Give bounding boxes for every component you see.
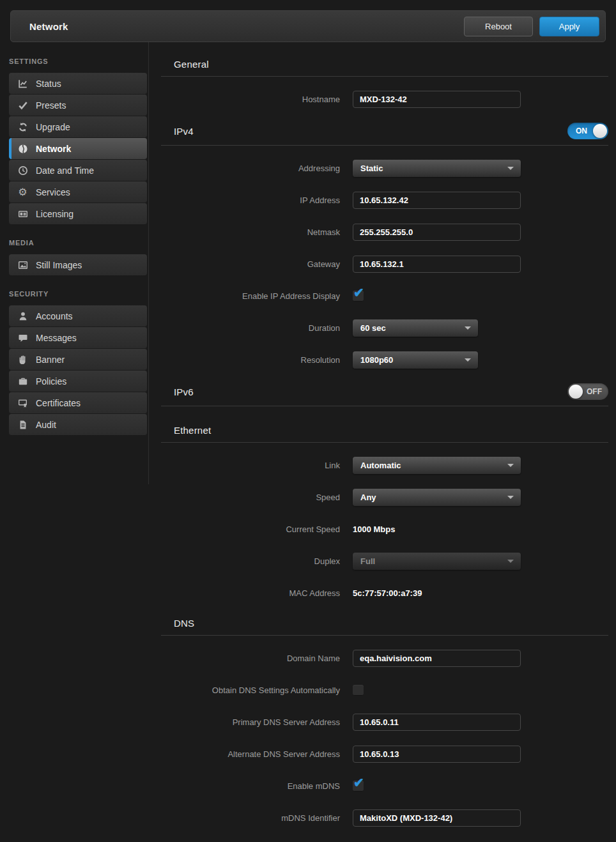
enable-ip-display-checkbox[interactable]: ✔ xyxy=(353,291,364,302)
obtain-dns-auto-checkbox[interactable] xyxy=(353,685,364,696)
ipv6-toggle[interactable]: OFF xyxy=(567,383,608,400)
selected-value: 60 sec xyxy=(360,323,386,333)
chevron-down-icon xyxy=(507,560,514,563)
sidebar-item-services[interactable]: ⚙ Services xyxy=(9,181,147,203)
primary-dns-label: Primary DNS Server Address xyxy=(161,714,340,731)
sidebar-item-banner[interactable]: Banner xyxy=(9,349,147,370)
mdns-identifier-row: mDNS Identifier xyxy=(161,809,608,827)
sidebar-item-label: Date and Time xyxy=(36,165,94,176)
alternate-dns-input[interactable] xyxy=(353,746,521,763)
enable-ip-display-label: Enable IP Address Display xyxy=(161,287,340,305)
gear-icon: ⚙ xyxy=(17,187,29,198)
sidebar-item-status[interactable]: Status xyxy=(9,73,147,94)
check-icon xyxy=(17,100,29,111)
mdns-identifier-label: mDNS Identifier xyxy=(161,809,340,827)
enable-mdns-row: Enable mDNS ✔ xyxy=(161,777,608,795)
hostname-row: Hostname xyxy=(161,91,608,108)
alternate-dns-row: Alternate DNS Server Address xyxy=(161,746,608,763)
netmask-row: Netmask xyxy=(161,224,608,241)
link-select[interactable]: Automatic xyxy=(353,457,521,474)
addressing-label: Addressing xyxy=(161,160,340,177)
current-speed-row: Current Speed 1000 Mbps xyxy=(161,521,608,538)
hand-icon xyxy=(17,354,29,365)
domain-name-row: Domain Name xyxy=(161,650,608,667)
ipv4-toggle[interactable]: ON xyxy=(567,123,608,139)
chevron-down-icon xyxy=(507,496,514,499)
hostname-label: Hostname xyxy=(161,91,340,108)
general-section: General Hostname xyxy=(161,57,608,108)
link-row: Link Automatic xyxy=(161,457,608,474)
current-speed-label: Current Speed xyxy=(161,521,340,538)
addressing-select[interactable]: Static xyxy=(353,160,521,177)
refresh-icon xyxy=(17,121,29,133)
status-icon xyxy=(17,78,29,89)
netmask-input[interactable] xyxy=(353,224,521,241)
duration-select[interactable]: 60 sec xyxy=(353,319,478,337)
sidebar-item-label: Accounts xyxy=(36,311,73,321)
page-title: Network xyxy=(29,21,68,32)
domain-name-label: Domain Name xyxy=(161,650,340,667)
sidebar-item-presets[interactable]: Presets xyxy=(9,95,147,116)
sidebar-item-label: Licensing xyxy=(36,209,73,219)
security-nav: Accounts Messages Banner Policies xyxy=(9,305,147,435)
toggle-knob xyxy=(593,124,607,138)
primary-dns-input[interactable] xyxy=(353,714,521,731)
sidebar-item-upgrade[interactable]: Upgrade xyxy=(9,116,147,137)
ipv6-heading: IPv6 xyxy=(174,387,194,397)
chevron-down-icon xyxy=(465,326,471,330)
globe-icon xyxy=(17,143,29,155)
sidebar-item-policies[interactable]: Policies xyxy=(9,371,147,392)
sidebar-item-audit[interactable]: Audit xyxy=(9,414,147,435)
sidebar-item-label: Audit xyxy=(36,420,56,430)
sidebar-item-label: Still Images xyxy=(36,260,82,270)
certificate-icon xyxy=(17,397,29,409)
sidebar-item-licensing[interactable]: Licensing xyxy=(9,203,147,224)
netmask-label: Netmask xyxy=(161,224,340,241)
enable-ip-display-row: Enable IP Address Display ✔ xyxy=(161,287,608,305)
domain-name-input[interactable] xyxy=(353,650,521,667)
person-icon xyxy=(17,310,29,322)
mac-address-row: MAC Address 5c:77:57:00:a7:39 xyxy=(161,585,608,602)
enable-mdns-checkbox[interactable]: ✔ xyxy=(353,781,364,792)
ethernet-section: Ethernet Link Automatic Speed xyxy=(161,424,608,602)
sidebar-item-label: Presets xyxy=(36,100,66,111)
sidebar-item-date-and-time[interactable]: Date and Time xyxy=(9,160,147,181)
selected-value: 1080p60 xyxy=(360,355,393,365)
resolution-label: Resolution xyxy=(161,351,340,369)
image-icon xyxy=(17,259,29,271)
sidebar-item-label: Network xyxy=(36,144,71,154)
sidebar-item-accounts[interactable]: Accounts xyxy=(9,305,147,326)
current-speed-value: 1000 Mbps xyxy=(353,521,395,538)
ip-address-input[interactable] xyxy=(353,192,521,209)
duration-label: Duration xyxy=(161,319,340,337)
hostname-input[interactable] xyxy=(353,91,521,108)
dns-heading: DNS xyxy=(174,618,194,629)
checkmark-icon: ✔ xyxy=(353,285,364,300)
sidebar-item-certificates[interactable]: Certificates xyxy=(9,392,147,413)
sidebar-item-label: Banner xyxy=(36,355,65,365)
sidebar-item-messages[interactable]: Messages xyxy=(9,327,147,348)
obtain-dns-auto-row: Obtain DNS Settings Automatically xyxy=(161,682,608,699)
toggle-knob xyxy=(569,385,583,399)
sidebar-item-network[interactable]: Network xyxy=(9,138,147,159)
selected-value: Full xyxy=(360,556,375,566)
reboot-button[interactable]: Reboot xyxy=(464,17,533,36)
gateway-input[interactable] xyxy=(353,256,521,273)
speed-select[interactable]: Any xyxy=(353,489,521,506)
license-card-icon xyxy=(17,208,29,220)
sidebar-item-label: Policies xyxy=(36,376,66,387)
speed-label: Speed xyxy=(161,489,340,506)
duplex-label: Duplex xyxy=(161,553,340,570)
mdns-identifier-input[interactable] xyxy=(353,809,521,827)
sidebar-item-still-images[interactable]: Still Images xyxy=(9,254,147,275)
apply-button[interactable]: Apply xyxy=(539,17,599,36)
general-heading: General xyxy=(174,59,209,70)
chevron-down-icon xyxy=(507,464,514,467)
chevron-down-icon xyxy=(507,167,514,170)
speed-row: Speed Any xyxy=(161,489,608,506)
link-label: Link xyxy=(161,457,340,474)
toggle-on-label: ON xyxy=(576,126,587,135)
selected-value: Static xyxy=(360,164,383,173)
resolution-select[interactable]: 1080p60 xyxy=(353,351,478,369)
document-icon xyxy=(17,419,29,431)
